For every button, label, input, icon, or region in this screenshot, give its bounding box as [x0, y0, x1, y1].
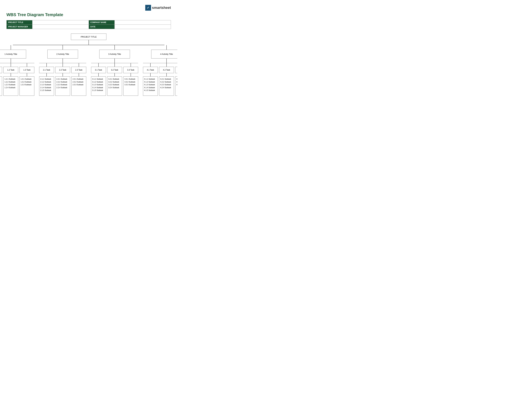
task-vtop-2-1	[47, 63, 47, 67]
subtask-line: 3.2.3 Subtask	[108, 83, 121, 86]
task-node-2-2: 2.2 Task	[55, 67, 70, 73]
subtask-line: 2.3.3 Subtask	[73, 83, 85, 86]
task-node-1-1: 1.1 Task	[0, 67, 2, 73]
task-vtop-1-3	[27, 63, 27, 67]
task-node-2-1: 2.1 Task	[39, 67, 54, 73]
act-vmid-2	[63, 58, 63, 63]
taskcol-1-1: 1.1 Task1.1.1 Subtask1.1.2 Subtask1.1.3 …	[0, 63, 2, 96]
subtask-line: 3.1.4 Subtask	[92, 86, 105, 89]
act-vtop-1	[11, 45, 11, 50]
act-vtop-4	[166, 45, 167, 50]
task-vbot-4-1	[150, 73, 151, 76]
task-vtop-1-2	[11, 63, 11, 67]
subtask-box-3-2: 3.2.1 Subtask3.2.2 Subtask3.2.3 Subtask3…	[107, 76, 122, 96]
subtask-box-4-1: 4.1.1 Subtask4.1.2 Subtask4.1.3 Subtask4…	[143, 76, 158, 96]
date-value[interactable]	[114, 25, 171, 29]
subtask-box-2-1: 2.1.1 Subtask2.1.2 Subtask2.1.3 Subtask2…	[39, 76, 54, 96]
subtask-box-1-1: 1.1.1 Subtask1.1.2 Subtask1.1.3 Subtask1…	[0, 76, 2, 96]
subtask-line: 2.2.3 Subtask	[57, 83, 69, 86]
subtask-line: 4.1.2 Subtask	[144, 81, 157, 84]
task-vtop-4-1	[150, 63, 151, 67]
taskcol-4-2: 4.2 Task4.2.1 Subtask4.2.2 Subtask4.2.3 …	[159, 63, 174, 96]
act-vtop-3	[114, 45, 115, 50]
subtask-line: 2.2.1 Subtask	[57, 78, 69, 81]
subtask-box-1-2: 1.2.1 Subtask1.2.2 Subtask1.2.3 Subtask1…	[3, 76, 18, 96]
act-vmid-1	[11, 58, 11, 63]
subtask-box-1-3: 1.3.1 Subtask1.3.2 Subtask1.3.3 Subtask	[19, 76, 34, 96]
taskcol-3-3: 3.3 Task3.3.1 Subtask3.3.2 Subtask3.3.3 …	[123, 63, 138, 96]
subtask-line: 4.1.4 Subtask	[144, 86, 157, 89]
task-row2-4: 4.1 Task4.1.1 Subtask4.1.2 Subtask4.1.3 …	[143, 63, 177, 96]
act-vmid-4	[166, 58, 167, 63]
subtask-line: 3.1.2 Subtask	[92, 81, 105, 84]
taskcol-2-1: 2.1 Task2.1.1 Subtask2.1.2 Subtask2.1.3 …	[39, 63, 54, 96]
subtask-line: 2.1.2 Subtask	[40, 81, 53, 84]
logo-checkmark: ✓	[145, 5, 151, 11]
taskcol-2-3: 2.3 Task2.3.1 Subtask2.3.2 Subtask2.3.3 …	[71, 63, 86, 96]
subtask-box-4-2: 4.2.1 Subtask4.2.2 Subtask4.2.3 Subtask4…	[159, 76, 174, 96]
subtask-line: 1.1.2 Subtask	[0, 81, 1, 84]
task-node-4-3: 4.3 Task	[175, 67, 177, 73]
task-node-3-1: 3.1 Task	[91, 67, 106, 73]
task-vbot-2-3	[79, 73, 79, 76]
task-node-2-3: 2.3 Task	[71, 67, 86, 73]
project-title-label: PROJECT TITLE	[7, 20, 32, 25]
subtask-line: 2.1.3 Subtask	[40, 83, 53, 86]
act-col-4: 4 Activity Title4.1 Task4.1.1 Subtask4.1…	[143, 45, 177, 96]
project-manager-value[interactable]	[32, 25, 89, 29]
project-title-value[interactable]	[32, 20, 89, 25]
page-title: WBS Tree Diagram Template	[6, 12, 171, 17]
taskcol-1-2: 1.2 Task1.2.1 Subtask1.2.2 Subtask1.2.3 …	[3, 63, 18, 96]
subtask-line: 3.1.5 Subtask	[92, 89, 105, 92]
task-vbot-3-1	[98, 73, 99, 76]
task-vtop-3-1	[98, 63, 99, 67]
task-vtop-3-2	[114, 63, 115, 67]
subtask-box-3-3: 3.3.1 Subtask3.3.2 Subtask3.3.3 Subtask	[123, 76, 138, 96]
subtask-line: 1.2.4 Subtask	[5, 86, 17, 89]
logo-sheet: sheet	[162, 6, 171, 10]
task-node-4-2: 4.2 Task	[159, 67, 174, 73]
subtask-line: 4.2.4 Subtask	[160, 86, 173, 89]
act-col-1: 1 Activity Title1.1 Task1.1.1 Subtask1.1…	[0, 45, 34, 96]
activity-node-4: 4 Activity Title	[151, 50, 177, 58]
header-logo: ✓ smartsheet	[6, 5, 171, 11]
logo-smart: smart	[152, 6, 162, 10]
wbs-diagram: PROJECT TITLE1 Activity Title1.1 Task1.1…	[6, 34, 171, 96]
subtask-line: 2.2.2 Subtask	[57, 81, 69, 84]
taskcol-4-1: 4.1 Task4.1.1 Subtask4.1.2 Subtask4.1.3 …	[143, 63, 158, 96]
root-node: PROJECT TITLE	[71, 34, 106, 40]
task-row2-1: 1.1 Task1.1.1 Subtask1.1.2 Subtask1.1.3 …	[0, 63, 34, 96]
task-vbot-1-3	[27, 73, 27, 76]
activity-node-1: 1 Activity Title	[0, 50, 26, 58]
company-name-value[interactable]	[114, 20, 171, 25]
task-node-3-2: 3.2 Task	[107, 67, 122, 73]
taskcol-1-3: 1.3 Task1.3.1 Subtask1.3.2 Subtask1.3.3 …	[19, 63, 34, 96]
taskcol-4-3: 4.3 Task4.3.1 Subtask4.3.2 Subtask4.3.3 …	[175, 63, 177, 96]
subtask-line: 1.1.5 Subtask	[0, 89, 1, 92]
task-row2-3: 3.1 Task3.1.1 Subtask3.1.2 Subtask3.1.3 …	[91, 63, 138, 96]
subtask-line: 2.1.1 Subtask	[40, 78, 53, 81]
activity-node-2: 2 Activity Title	[48, 50, 78, 58]
activity-node-3: 3 Activity Title	[99, 50, 130, 58]
task-node-4-1: 4.1 Task	[143, 67, 158, 73]
subtask-line: 2.3.1 Subtask	[73, 78, 85, 81]
subtask-box-4-3: 4.3.1 Subtask4.3.2 Subtask4.3.3 Subtask	[175, 76, 177, 96]
task-node-1-2: 1.2 Task	[3, 67, 18, 73]
subtask-line: 2.1.5 Subtask	[40, 89, 53, 92]
task-vbot-3-2	[114, 73, 115, 76]
subtask-line: 3.1.3 Subtask	[92, 83, 105, 86]
subtask-line: 3.3.2 Subtask	[124, 81, 137, 84]
task-hbar-2: 2.1 Task2.1.1 Subtask2.1.2 Subtask2.1.3 …	[39, 63, 86, 96]
subtask-line: 4.3.2 Subtask	[176, 81, 177, 84]
subtask-line: 1.2.1 Subtask	[5, 78, 17, 81]
subtask-line: 4.1.1 Subtask	[144, 78, 157, 81]
subtask-box-2-3: 2.3.1 Subtask2.3.2 Subtask2.3.3 Subtask	[71, 76, 86, 96]
task-row2-2: 2.1 Task2.1.1 Subtask2.1.2 Subtask2.1.3 …	[39, 63, 86, 96]
subtask-line: 2.2.4 Subtask	[57, 86, 69, 89]
company-name-label: COMPANY NAME	[89, 20, 114, 25]
act-vtop-2	[63, 45, 63, 50]
task-vtop-4-2	[166, 63, 167, 67]
subtask-line: 4.2.2 Subtask	[160, 81, 173, 84]
project-manager-label: PROJECT MANAGER	[7, 25, 32, 29]
subtask-line: 4.1.5 Subtask	[144, 89, 157, 92]
